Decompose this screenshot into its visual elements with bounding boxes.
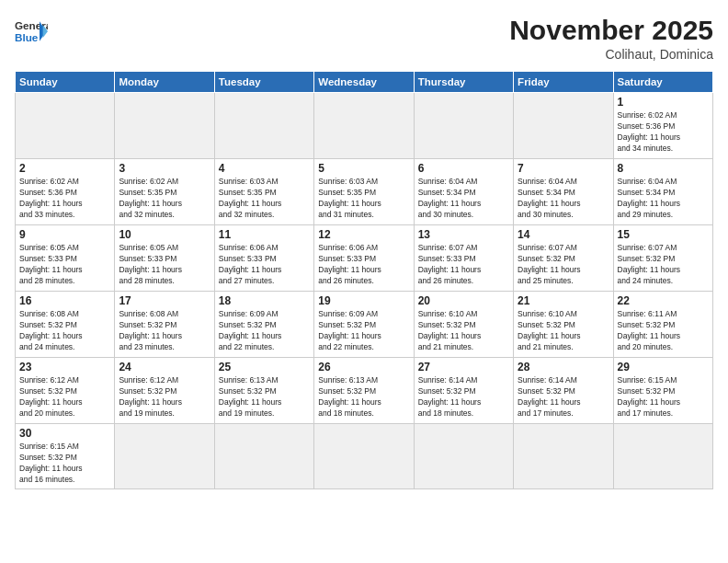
header: General Blue November 2025 Colihaut, Dom… bbox=[15, 15, 713, 62]
day-info: Sunrise: 6:07 AM Sunset: 5:32 PM Dayligh… bbox=[618, 243, 709, 287]
day-number: 17 bbox=[119, 294, 210, 307]
day-info: Sunrise: 6:12 AM Sunset: 5:32 PM Dayligh… bbox=[19, 375, 110, 419]
header-saturday: Saturday bbox=[613, 72, 712, 93]
day-number: 8 bbox=[618, 162, 709, 175]
table-row: 30Sunrise: 6:15 AM Sunset: 5:32 PM Dayli… bbox=[16, 424, 115, 489]
day-number: 1 bbox=[618, 96, 709, 109]
day-number: 21 bbox=[518, 294, 609, 307]
calendar-week-row: 23Sunrise: 6:12 AM Sunset: 5:32 PM Dayli… bbox=[16, 358, 713, 424]
day-number: 22 bbox=[618, 294, 709, 307]
table-row: 11Sunrise: 6:06 AM Sunset: 5:33 PM Dayli… bbox=[214, 225, 313, 292]
day-info: Sunrise: 6:02 AM Sunset: 5:35 PM Dayligh… bbox=[119, 177, 210, 221]
table-row: 8Sunrise: 6:04 AM Sunset: 5:34 PM Daylig… bbox=[613, 159, 712, 225]
logo: General Blue bbox=[15, 15, 48, 48]
day-info: Sunrise: 6:04 AM Sunset: 5:34 PM Dayligh… bbox=[418, 177, 509, 221]
month-title: November 2025 bbox=[509, 15, 713, 45]
calendar: Sunday Monday Tuesday Wednesday Thursday… bbox=[15, 71, 713, 489]
day-number: 18 bbox=[219, 294, 310, 307]
table-row: 2Sunrise: 6:02 AM Sunset: 5:36 PM Daylig… bbox=[16, 159, 115, 225]
day-number: 9 bbox=[19, 228, 110, 241]
table-row: 25Sunrise: 6:13 AM Sunset: 5:32 PM Dayli… bbox=[214, 358, 313, 424]
table-row: 19Sunrise: 6:09 AM Sunset: 5:32 PM Dayli… bbox=[314, 292, 414, 358]
table-row bbox=[613, 424, 712, 489]
logo-icon: General Blue bbox=[15, 15, 48, 48]
table-row bbox=[414, 93, 513, 159]
table-row: 28Sunrise: 6:14 AM Sunset: 5:32 PM Dayli… bbox=[514, 358, 613, 424]
day-info: Sunrise: 6:03 AM Sunset: 5:35 PM Dayligh… bbox=[318, 177, 409, 221]
day-number: 7 bbox=[518, 162, 609, 175]
header-friday: Friday bbox=[514, 72, 613, 93]
table-row bbox=[314, 424, 414, 489]
day-info: Sunrise: 6:05 AM Sunset: 5:33 PM Dayligh… bbox=[19, 243, 110, 287]
table-row: 4Sunrise: 6:03 AM Sunset: 5:35 PM Daylig… bbox=[214, 159, 313, 225]
day-info: Sunrise: 6:14 AM Sunset: 5:32 PM Dayligh… bbox=[518, 375, 609, 419]
day-info: Sunrise: 6:15 AM Sunset: 5:32 PM Dayligh… bbox=[618, 375, 709, 419]
table-row: 27Sunrise: 6:14 AM Sunset: 5:32 PM Dayli… bbox=[414, 358, 513, 424]
calendar-week-row: 9Sunrise: 6:05 AM Sunset: 5:33 PM Daylig… bbox=[16, 225, 713, 292]
table-row: 10Sunrise: 6:05 AM Sunset: 5:33 PM Dayli… bbox=[115, 225, 214, 292]
day-number: 26 bbox=[318, 361, 409, 373]
day-info: Sunrise: 6:14 AM Sunset: 5:32 PM Dayligh… bbox=[418, 375, 509, 419]
table-row: 15Sunrise: 6:07 AM Sunset: 5:32 PM Dayli… bbox=[613, 225, 712, 292]
day-info: Sunrise: 6:02 AM Sunset: 5:36 PM Dayligh… bbox=[19, 177, 110, 221]
table-row: 20Sunrise: 6:10 AM Sunset: 5:32 PM Dayli… bbox=[414, 292, 513, 358]
day-info: Sunrise: 6:07 AM Sunset: 5:33 PM Dayligh… bbox=[418, 243, 509, 287]
table-row bbox=[314, 93, 414, 159]
table-row bbox=[414, 424, 513, 489]
calendar-week-row: 16Sunrise: 6:08 AM Sunset: 5:32 PM Dayli… bbox=[16, 292, 713, 358]
day-info: Sunrise: 6:08 AM Sunset: 5:32 PM Dayligh… bbox=[119, 309, 210, 353]
day-info: Sunrise: 6:06 AM Sunset: 5:33 PM Dayligh… bbox=[318, 243, 409, 287]
day-info: Sunrise: 6:04 AM Sunset: 5:34 PM Dayligh… bbox=[518, 177, 609, 221]
location-title: Colihaut, Dominica bbox=[509, 47, 713, 62]
header-wednesday: Wednesday bbox=[314, 72, 414, 93]
table-row: 5Sunrise: 6:03 AM Sunset: 5:35 PM Daylig… bbox=[314, 159, 414, 225]
day-number: 27 bbox=[418, 361, 509, 373]
table-row: 7Sunrise: 6:04 AM Sunset: 5:34 PM Daylig… bbox=[514, 159, 613, 225]
table-row: 16Sunrise: 6:08 AM Sunset: 5:32 PM Dayli… bbox=[16, 292, 115, 358]
day-info: Sunrise: 6:06 AM Sunset: 5:33 PM Dayligh… bbox=[219, 243, 310, 287]
day-number: 2 bbox=[19, 162, 110, 175]
table-row: 22Sunrise: 6:11 AM Sunset: 5:32 PM Dayli… bbox=[613, 292, 712, 358]
table-row: 9Sunrise: 6:05 AM Sunset: 5:33 PM Daylig… bbox=[16, 225, 115, 292]
day-info: Sunrise: 6:04 AM Sunset: 5:34 PM Dayligh… bbox=[618, 177, 709, 221]
day-number: 30 bbox=[19, 427, 110, 440]
day-number: 13 bbox=[418, 228, 509, 241]
calendar-week-row: 30Sunrise: 6:15 AM Sunset: 5:32 PM Dayli… bbox=[16, 424, 713, 489]
table-row: 21Sunrise: 6:10 AM Sunset: 5:32 PM Dayli… bbox=[514, 292, 613, 358]
day-number: 3 bbox=[119, 162, 210, 175]
day-number: 11 bbox=[219, 228, 310, 241]
header-tuesday: Tuesday bbox=[214, 72, 313, 93]
day-number: 29 bbox=[618, 361, 709, 373]
day-info: Sunrise: 6:10 AM Sunset: 5:32 PM Dayligh… bbox=[518, 309, 609, 353]
table-row: 26Sunrise: 6:13 AM Sunset: 5:32 PM Dayli… bbox=[314, 358, 414, 424]
title-block: November 2025 Colihaut, Dominica bbox=[509, 15, 713, 62]
day-number: 19 bbox=[318, 294, 409, 307]
day-info: Sunrise: 6:10 AM Sunset: 5:32 PM Dayligh… bbox=[418, 309, 509, 353]
header-monday: Monday bbox=[115, 72, 214, 93]
table-row: 17Sunrise: 6:08 AM Sunset: 5:32 PM Dayli… bbox=[115, 292, 214, 358]
day-number: 5 bbox=[318, 162, 409, 175]
table-row bbox=[514, 424, 613, 489]
day-info: Sunrise: 6:05 AM Sunset: 5:33 PM Dayligh… bbox=[119, 243, 210, 287]
table-row: 14Sunrise: 6:07 AM Sunset: 5:32 PM Dayli… bbox=[514, 225, 613, 292]
day-number: 25 bbox=[219, 361, 310, 373]
table-row: 24Sunrise: 6:12 AM Sunset: 5:32 PM Dayli… bbox=[115, 358, 214, 424]
calendar-week-row: 1Sunrise: 6:02 AM Sunset: 5:36 PM Daylig… bbox=[16, 93, 713, 159]
day-number: 12 bbox=[318, 228, 409, 241]
table-row: 12Sunrise: 6:06 AM Sunset: 5:33 PM Dayli… bbox=[314, 225, 414, 292]
day-number: 20 bbox=[418, 294, 509, 307]
day-number: 14 bbox=[518, 228, 609, 241]
day-info: Sunrise: 6:09 AM Sunset: 5:32 PM Dayligh… bbox=[219, 309, 310, 353]
day-info: Sunrise: 6:02 AM Sunset: 5:36 PM Dayligh… bbox=[618, 110, 709, 155]
day-number: 24 bbox=[119, 361, 210, 373]
day-info: Sunrise: 6:13 AM Sunset: 5:32 PM Dayligh… bbox=[219, 375, 310, 419]
day-number: 6 bbox=[418, 162, 509, 175]
day-info: Sunrise: 6:09 AM Sunset: 5:32 PM Dayligh… bbox=[318, 309, 409, 353]
day-info: Sunrise: 6:15 AM Sunset: 5:32 PM Dayligh… bbox=[19, 442, 110, 486]
day-number: 15 bbox=[618, 228, 709, 241]
header-thursday: Thursday bbox=[414, 72, 513, 93]
table-row: 1Sunrise: 6:02 AM Sunset: 5:36 PM Daylig… bbox=[613, 93, 712, 159]
table-row bbox=[115, 424, 214, 489]
day-info: Sunrise: 6:13 AM Sunset: 5:32 PM Dayligh… bbox=[318, 375, 409, 419]
table-row bbox=[214, 93, 313, 159]
